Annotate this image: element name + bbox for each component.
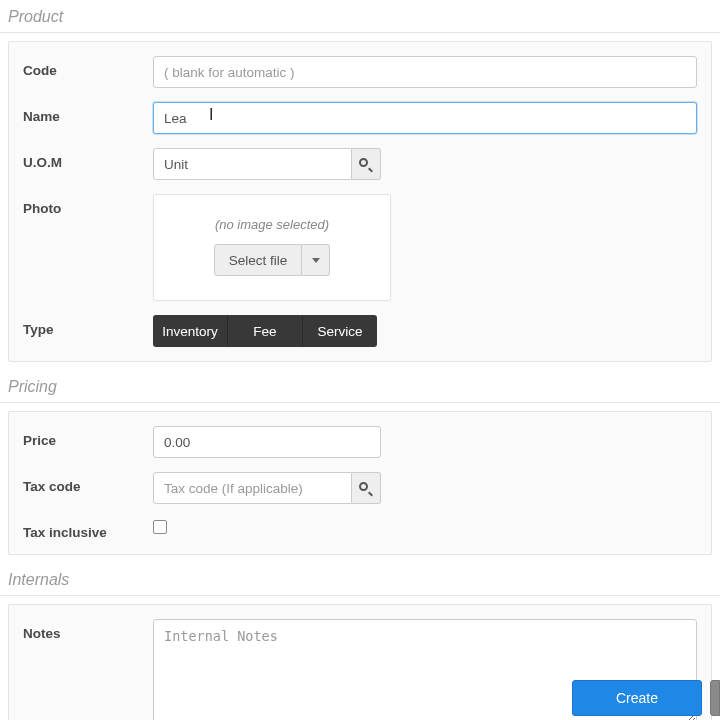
name-label: Name <box>23 102 153 124</box>
photo-dropzone: (no image selected) Select file <box>153 194 391 301</box>
code-label: Code <box>23 56 153 78</box>
section-header-product: Product <box>0 0 720 33</box>
price-input[interactable] <box>153 426 381 458</box>
uom-label: U.O.M <box>23 148 153 170</box>
name-input[interactable] <box>153 102 697 134</box>
search-icon <box>359 482 372 495</box>
tax-code-input[interactable] <box>153 472 352 504</box>
type-option-fee[interactable]: Fee <box>227 315 302 347</box>
photo-caption: (no image selected) <box>215 217 329 232</box>
uom-input[interactable] <box>153 148 352 180</box>
create-button[interactable]: Create <box>572 680 702 716</box>
type-option-inventory[interactable]: Inventory <box>153 315 227 347</box>
tax-code-label: Tax code <box>23 472 153 494</box>
type-label: Type <box>23 315 153 337</box>
type-option-service[interactable]: Service <box>302 315 377 347</box>
tax-code-lookup-button[interactable] <box>352 472 381 504</box>
notes-label: Notes <box>23 619 153 641</box>
section-header-pricing: Pricing <box>0 370 720 403</box>
footer: Create <box>0 666 720 720</box>
select-file-dropdown[interactable] <box>302 244 330 276</box>
section-header-internals: Internals <box>0 563 720 596</box>
select-file-button[interactable]: Select file <box>214 244 303 276</box>
secondary-button-partial[interactable] <box>710 680 720 716</box>
type-toggle: Inventory Fee Service <box>153 315 377 347</box>
tax-inclusive-label: Tax inclusive <box>23 518 153 540</box>
photo-label: Photo <box>23 194 153 216</box>
chevron-down-icon <box>312 258 320 263</box>
section-body-pricing: Price Tax code Tax inclusive <box>8 411 712 555</box>
code-input[interactable] <box>153 56 697 88</box>
search-icon <box>359 158 372 171</box>
tax-inclusive-checkbox[interactable] <box>153 520 167 534</box>
section-body-product: Code Name I U.O.M Photo (no image select… <box>8 41 712 362</box>
uom-lookup-button[interactable] <box>352 148 381 180</box>
price-label: Price <box>23 426 153 448</box>
